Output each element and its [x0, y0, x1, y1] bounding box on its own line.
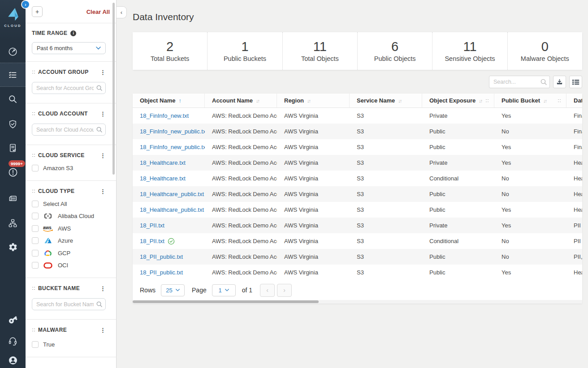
drag-handle-icon[interactable] [32, 153, 35, 158]
object-name-link[interactable]: 18_Healthcare.txt [140, 159, 186, 166]
checkbox-row-azure: Azure [32, 237, 106, 244]
column-header-object-exposure[interactable]: Object Exposure ↓↑ [422, 94, 494, 107]
nav-item-network[interactable] [0, 216, 26, 230]
service-name-cell: S3 [350, 218, 422, 233]
stat-value: 1 [241, 40, 248, 53]
filter-section-malware: MALWARE ⋮ True [26, 320, 116, 357]
object-name-link[interactable]: 18_PII.txt [140, 238, 164, 244]
select-all-checkbox[interactable] [32, 201, 39, 207]
nav-item-alerts[interactable] [0, 166, 26, 179]
stat-value: 2 [166, 40, 173, 53]
object-name-link[interactable]: 18_PII_public.txt [140, 253, 183, 260]
column-header-data-profile[interactable]: Data Profile [566, 94, 582, 107]
download-button[interactable] [553, 76, 566, 88]
chevron-left-icon: ‹ [121, 9, 122, 16]
drag-handle-icon[interactable] [32, 111, 35, 116]
object-name-link[interactable]: 18_FinInfo_new_public.txt [140, 144, 205, 150]
drag-handle-icon[interactable] [32, 286, 35, 291]
checkbox-row-oci: OCI [32, 262, 106, 269]
table-row: 18_PII.txtAWS: RedLock Demo Acc...AWS Vi… [133, 233, 582, 249]
previous-page-button[interactable]: ‹ [260, 284, 275, 297]
object-exposure-cell: Public [422, 139, 494, 155]
cloud-account-search-input[interactable] [32, 124, 106, 136]
nav-item-containers[interactable] [0, 192, 26, 205]
drag-handle-icon[interactable] [485, 98, 489, 103]
azure-checkbox[interactable] [32, 237, 39, 244]
kebab-menu-icon[interactable]: ⋮ [100, 188, 106, 194]
nav-item-gauge[interactable] [0, 45, 26, 58]
kebab-menu-icon[interactable]: ⋮ [100, 327, 106, 333]
nav-item-support[interactable] [0, 334, 26, 347]
nav-item-access-key[interactable] [0, 313, 26, 326]
public-bucket-cell: Yes [494, 155, 566, 171]
expand-sidebar-button[interactable]: › [22, 1, 29, 8]
rows-per-page-value: 25 [166, 287, 172, 294]
service-name-cell: S3 [350, 108, 422, 124]
aws-checkbox[interactable] [32, 225, 39, 232]
alibaba-checkbox[interactable] [32, 213, 39, 219]
rows-per-page-select[interactable]: 25 [161, 284, 185, 296]
info-icon[interactable] [70, 30, 76, 36]
next-page-button[interactable]: › [277, 284, 292, 297]
kebab-menu-icon[interactable]: ⋮ [100, 111, 106, 117]
clear-all-button[interactable]: Clear All [86, 9, 110, 15]
column-header-object-name[interactable]: Object Name ↑ [133, 94, 205, 107]
time-range-select[interactable]: Past 6 months [32, 42, 106, 54]
bucket-name-search-input[interactable] [32, 298, 106, 310]
malware-true-checkbox[interactable] [32, 341, 39, 348]
nav-item-settings[interactable] [0, 240, 26, 254]
container-icon [8, 193, 18, 204]
object-name-link[interactable]: 18_PII.txt [140, 222, 164, 229]
column-header-account-name[interactable]: Account Name ↓↑ [205, 94, 277, 107]
collapse-filter-panel-button[interactable]: ‹ [117, 6, 127, 18]
stat-total-objects: 11 Total Objects [282, 32, 357, 70]
stat-malware-objects: 0 Malware Objects [507, 32, 582, 70]
page-label: Page [192, 287, 207, 294]
object-name-link[interactable]: 18_Healthcare.txt [140, 175, 186, 182]
object-name-cell: 18_FinInfo_new_public.txt [133, 124, 205, 139]
prisma-logo-icon [6, 7, 20, 21]
filter-section-title: CLOUD TYPE [38, 188, 74, 194]
add-filter-button[interactable]: + [32, 6, 43, 17]
drag-handle-icon[interactable] [558, 98, 561, 103]
object-name-link[interactable]: 18_Healthcare_public.txt [140, 206, 204, 213]
drag-handle-icon[interactable] [32, 69, 35, 75]
drag-handle-icon[interactable] [32, 188, 35, 194]
object-name-link[interactable]: 18_PII_public.txt [140, 269, 183, 276]
nav-item-checklist-selected[interactable] [0, 63, 26, 87]
filter-panel-scrollbar[interactable] [112, 3, 115, 175]
nav-item-profile[interactable] [0, 354, 26, 367]
nav-item-search[interactable] [0, 92, 26, 106]
nav-item-report-check[interactable] [0, 141, 26, 154]
object-name-cell: 18_Healthcare.txt [133, 171, 205, 186]
sort-icon: ↓↑ [543, 98, 546, 103]
prisma-cloud-logo[interactable]: CLOUD [0, 0, 26, 40]
kebab-menu-icon[interactable]: ⋮ [100, 153, 106, 158]
kebab-menu-icon[interactable]: ⋮ [100, 286, 106, 291]
oci-checkbox[interactable] [32, 262, 39, 269]
gcp-checkbox[interactable] [32, 250, 39, 257]
object-name-link[interactable]: 18_FinInfo_new_public.txt [140, 128, 205, 135]
column-header-service-name[interactable]: Service Name ↓↑ [350, 94, 422, 107]
amazon-s3-checkbox[interactable] [32, 165, 39, 171]
stat-label: Public Objects [374, 55, 416, 62]
pagination-bar: Rows 25 Page 1 of 1 ‹ › [133, 280, 582, 300]
public-bucket-cell: No [494, 124, 566, 139]
column-header-region[interactable]: Region ↓↑ [277, 94, 350, 107]
drag-handle-icon[interactable] [32, 327, 35, 333]
column-header-public-bucket[interactable]: Public Bucket ↓↑ [494, 94, 566, 107]
account-name-cell: AWS: RedLock Demo Acc... [205, 139, 277, 155]
object-name-link[interactable]: 18_Healthcare_public.txt [140, 191, 204, 197]
column-settings-button[interactable] [569, 76, 582, 88]
account-group-search-input[interactable] [32, 82, 106, 94]
horizontal-scrollbar-thumb[interactable] [133, 300, 319, 303]
page-number-select[interactable]: 1 [212, 284, 236, 296]
report-check-icon [8, 143, 18, 153]
nav-item-shield-check[interactable] [0, 117, 26, 131]
column-label: Object Exposure [429, 97, 476, 104]
network-icon [8, 218, 18, 228]
data-profile-cell: PII, PII [566, 249, 582, 265]
kebab-menu-icon[interactable]: ⋮ [100, 69, 106, 75]
filter-section-cloud-type: CLOUD TYPE ⋮ Select All Alibaba Cloud [26, 181, 116, 278]
object-name-link[interactable]: 18_FinInfo_new.txt [140, 112, 189, 119]
